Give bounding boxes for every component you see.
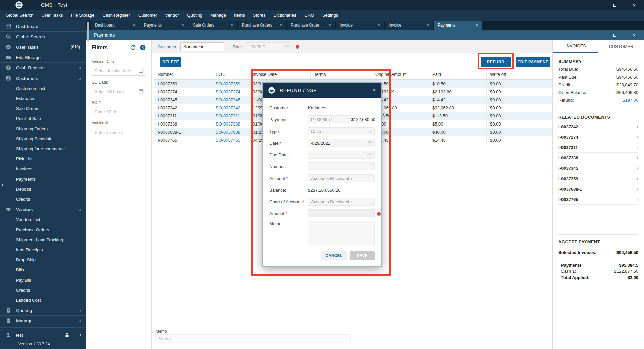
scrollbar-thumb[interactable] bbox=[87, 22, 89, 41]
refresh-icon[interactable] bbox=[130, 44, 136, 51]
related-document-item[interactable]: I-0037338 › bbox=[558, 153, 638, 163]
col-terms[interactable]: Terms bbox=[310, 69, 372, 79]
save-button[interactable]: SAVE bbox=[350, 251, 375, 260]
menu-global-search[interactable]: Global Search bbox=[2, 10, 37, 21]
menu-items[interactable]: Items bbox=[230, 10, 249, 21]
sidebar-item-customers-list[interactable]: Customers List bbox=[0, 83, 86, 93]
sidebar-item-manage[interactable]: Manage ∧ bbox=[0, 315, 86, 326]
menu-crm[interactable]: CRM bbox=[300, 10, 318, 21]
sidebar-item-pay-bill[interactable]: Pay Bill bbox=[0, 275, 86, 285]
sidebar-item-user-tasks[interactable]: User Tasks (810) bbox=[0, 42, 86, 52]
col-original-amount[interactable]: Original Amount bbox=[372, 69, 429, 79]
sidebar-item-invoices[interactable]: Invoices bbox=[0, 164, 86, 174]
sidebar-item-point-of-sale[interactable]: Point of Sale bbox=[0, 113, 86, 123]
menu-dictionaries[interactable]: Dictionaries bbox=[269, 10, 300, 21]
invoice-number-filter-input[interactable] bbox=[92, 128, 146, 137]
sidebar-item-customers[interactable]: Customers ∧ bbox=[0, 73, 86, 83]
sidebar-item-landed-cost[interactable]: Landed Cost bbox=[0, 295, 86, 305]
close-button[interactable]: × bbox=[625, 0, 644, 10]
sidebar-item-vendor-credits[interactable]: Credits bbox=[0, 285, 86, 295]
tab-invoices[interactable]: INVOICES bbox=[553, 40, 598, 53]
menu-settings[interactable]: Settings bbox=[318, 10, 342, 21]
related-document-item[interactable]: I-0037242 › bbox=[558, 121, 638, 132]
sidebar-item-file-storage[interactable]: File Storage bbox=[0, 52, 86, 62]
col-paid[interactable]: Paid bbox=[429, 69, 486, 79]
menu-user-tasks[interactable]: User Tasks bbox=[37, 10, 67, 21]
modal-memo-textarea[interactable] bbox=[308, 221, 375, 246]
menu-quoting[interactable]: Quoting bbox=[183, 10, 206, 21]
inner-minimize-button[interactable] bbox=[586, 30, 605, 40]
dialog-close-icon[interactable]: × bbox=[373, 87, 376, 94]
so-link[interactable]: SO-0037345 bbox=[212, 96, 249, 104]
customer-input[interactable] bbox=[180, 42, 224, 51]
tab-customer[interactable]: CUSTOMER bbox=[598, 40, 644, 53]
minimize-button[interactable] bbox=[586, 0, 605, 10]
tab-payments-active[interactable]: Payments × bbox=[434, 21, 483, 30]
tab-close-icon[interactable]: × bbox=[133, 23, 136, 28]
sidebar-item-cash-register[interactable]: Cash Register ∨ bbox=[0, 62, 86, 73]
sidebar-item-estimates[interactable]: Estimates bbox=[0, 93, 86, 103]
col-number[interactable]: Number bbox=[154, 69, 212, 79]
sidebar-item-shipping-orders[interactable]: Shipping Orders bbox=[0, 123, 86, 134]
sidebar-item-purchase-orders[interactable]: Purchase Orders bbox=[0, 225, 86, 235]
inner-restore-button[interactable] bbox=[605, 30, 625, 40]
col-invoice-date[interactable]: Invoice Date bbox=[249, 69, 310, 79]
calendar-icon[interactable] bbox=[138, 88, 144, 94]
number-input[interactable] bbox=[308, 162, 375, 170]
sidebar-item-shipping-ecommerce[interactable]: Shipping for e-commerce bbox=[0, 144, 86, 154]
tab-close-icon[interactable]: × bbox=[329, 23, 331, 28]
tab-payments-1[interactable]: Payments × bbox=[140, 21, 189, 30]
clear-filters-icon[interactable] bbox=[140, 44, 146, 51]
menu-vendor[interactable]: Vendor bbox=[161, 10, 183, 21]
restore-button[interactable] bbox=[605, 0, 625, 10]
lock-icon[interactable] bbox=[64, 332, 70, 338]
related-document-item[interactable]: I-0037359 › bbox=[558, 173, 638, 184]
sidebar-item-dashboard[interactable]: Dashboard bbox=[0, 21, 86, 31]
sidebar-item-item-receipts[interactable]: Item Receipts bbox=[0, 245, 86, 255]
so-link[interactable]: SO-0037359 bbox=[212, 80, 249, 88]
sidebar-item-sale-orders[interactable]: Sale Orders bbox=[0, 103, 86, 113]
related-document-item[interactable]: I-0037765 › bbox=[558, 194, 638, 205]
sidebar-item-deposit[interactable]: Deposit bbox=[0, 184, 86, 194]
tab-sale-orders[interactable]: Sale Orders × bbox=[189, 21, 238, 30]
sidebar-item-bills[interactable]: Bills bbox=[0, 265, 86, 275]
inner-close-button[interactable]: × bbox=[625, 30, 644, 40]
so-link[interactable]: SO-0037311 bbox=[212, 112, 249, 120]
sidebar-item-vendors-list[interactable]: Vendors List bbox=[0, 214, 86, 225]
col-so[interactable]: SO # bbox=[212, 69, 249, 79]
sidebar-item-pick-list[interactable]: Pick List bbox=[0, 154, 86, 164]
sidebar-item-global-search[interactable]: Global Search bbox=[0, 31, 86, 42]
related-document-item[interactable]: I-0037274 › bbox=[558, 132, 638, 142]
so-link[interactable]: SO-0037338 bbox=[212, 120, 249, 128]
tab-close-icon[interactable]: × bbox=[427, 23, 429, 28]
related-document-item[interactable]: I-0037311 › bbox=[558, 142, 638, 153]
tab-invoice-2[interactable]: Invoice × bbox=[385, 21, 434, 30]
tab-close-icon[interactable]: × bbox=[378, 23, 380, 28]
tab-dashboard[interactable]: Dashboard × bbox=[91, 21, 140, 30]
tab-purchase-order[interactable]: Purchase Order × bbox=[287, 21, 336, 30]
memo-input[interactable] bbox=[155, 334, 351, 343]
sidebar-item-payments[interactable]: Payments bbox=[0, 174, 86, 184]
sidebar-item-quoting[interactable]: Quoting ∨ bbox=[0, 305, 86, 315]
delete-button[interactable]: DELETE bbox=[160, 57, 181, 67]
sidebar-collapse-arrow[interactable]: ◄ bbox=[0, 183, 4, 187]
menu-manage[interactable]: Manage bbox=[206, 10, 230, 21]
tab-close-icon[interactable]: × bbox=[231, 23, 233, 28]
refund-date-input[interactable]: 4/29/2021 bbox=[308, 139, 375, 147]
so-link[interactable]: SO-0037242 bbox=[212, 104, 249, 112]
related-document-item[interactable]: I-0037345 › bbox=[558, 163, 638, 173]
menu-customer[interactable]: Customer bbox=[134, 10, 161, 21]
sidebar-item-drop-ship[interactable]: Drop Ship bbox=[0, 255, 86, 265]
edit-payment-button[interactable]: EDIT PAYMENT bbox=[516, 57, 550, 67]
tab-close-icon[interactable]: × bbox=[182, 23, 184, 28]
so-number-filter-input[interactable] bbox=[92, 107, 146, 116]
account-input[interactable]: Accounts Receivable bbox=[308, 174, 375, 182]
refund-button[interactable]: REFUND bbox=[481, 57, 511, 67]
amount-input[interactable] bbox=[308, 209, 375, 217]
logout-icon[interactable] bbox=[75, 332, 82, 338]
menu-stores[interactable]: Stores bbox=[249, 10, 270, 21]
calendar-icon[interactable] bbox=[138, 68, 144, 73]
so-date-filter-input[interactable] bbox=[92, 87, 146, 96]
related-document-item[interactable]: I-0037688-1 › bbox=[558, 184, 638, 194]
invoice-date-filter-input[interactable] bbox=[92, 66, 146, 76]
